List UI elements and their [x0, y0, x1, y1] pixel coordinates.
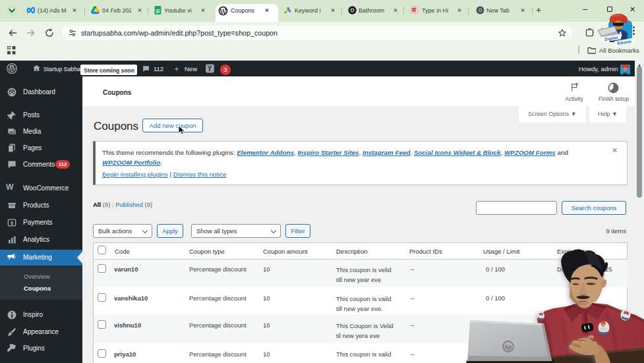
svg-text:$: $ — [11, 220, 13, 226]
svg-text:hp: hp — [504, 343, 512, 351]
